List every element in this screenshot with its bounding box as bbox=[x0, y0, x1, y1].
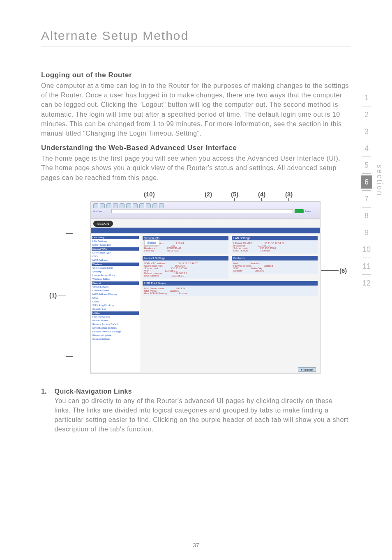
router-ui-screenshot: Address Links BELKIN Status LAN Setup LA… bbox=[90, 201, 321, 374]
numbered-list: 1. Quick-Navigation Links You can go dir… bbox=[41, 388, 351, 434]
callout-5: (5) bbox=[231, 191, 238, 198]
callout-3: (3) bbox=[285, 191, 293, 198]
status-label: Status bbox=[144, 240, 159, 246]
browser-toolbar: Address Links bbox=[91, 202, 320, 219]
browser-status: ● Internet bbox=[298, 367, 316, 372]
tab-4: 4 bbox=[361, 142, 372, 155]
tab-12: 12 bbox=[361, 277, 372, 290]
quick-nav-sidebar: LAN Setup LAN Settings DHCP Client List … bbox=[91, 233, 140, 372]
callout-2: (2) bbox=[205, 191, 212, 198]
tab-3: 3 bbox=[361, 125, 372, 138]
tab-7: 7 bbox=[361, 192, 372, 205]
body-logging-out: One computer at a time can log in to the… bbox=[41, 81, 351, 138]
page-title: Alternate Setup Method bbox=[41, 29, 351, 43]
list-number-1: 1. bbox=[41, 388, 53, 395]
list-heading-quick-nav: Quick-Navigation Links bbox=[54, 388, 350, 395]
router-ui-diagram: (10) (2) (5) (4) (3) (1) (6) (7) (8) (9)… bbox=[41, 191, 351, 380]
status-main: Version Info Firmware Version1.00.03 Boo… bbox=[140, 233, 320, 372]
tab-10: 10 bbox=[361, 243, 372, 256]
section-tabs: 1 2 3 4 5 6 7 8 9 10 11 12 bbox=[361, 91, 372, 291]
callout-4: (4) bbox=[258, 191, 265, 198]
callout-1: (1) bbox=[49, 292, 57, 299]
section-label: section bbox=[375, 164, 384, 196]
tab-8: 8 bbox=[361, 209, 372, 222]
tab-11: 11 bbox=[361, 260, 372, 273]
title-rule bbox=[41, 46, 351, 46]
tab-5: 5 bbox=[361, 159, 372, 172]
callout-10: (10) bbox=[144, 191, 155, 198]
tab-9: 9 bbox=[361, 226, 372, 239]
heading-logging-out: Logging out of the Router bbox=[41, 71, 351, 79]
tab-2: 2 bbox=[361, 108, 372, 121]
body-understanding-ui: The home page is the first page you will… bbox=[41, 154, 351, 182]
bracket-left bbox=[66, 233, 73, 357]
tab-6-active: 6 bbox=[361, 175, 372, 189]
heading-understanding-ui: Understanding the Web-Based Advanced Use… bbox=[41, 144, 351, 152]
list-body-quick-nav: You can go directly to any of the Router… bbox=[54, 396, 350, 434]
tab-1: 1 bbox=[361, 91, 372, 104]
shot-nav-tabs bbox=[91, 228, 320, 233]
page-number: 37 bbox=[0, 542, 392, 548]
callout-6: (6) bbox=[339, 267, 347, 274]
belkin-logo: BELKIN bbox=[93, 221, 113, 227]
